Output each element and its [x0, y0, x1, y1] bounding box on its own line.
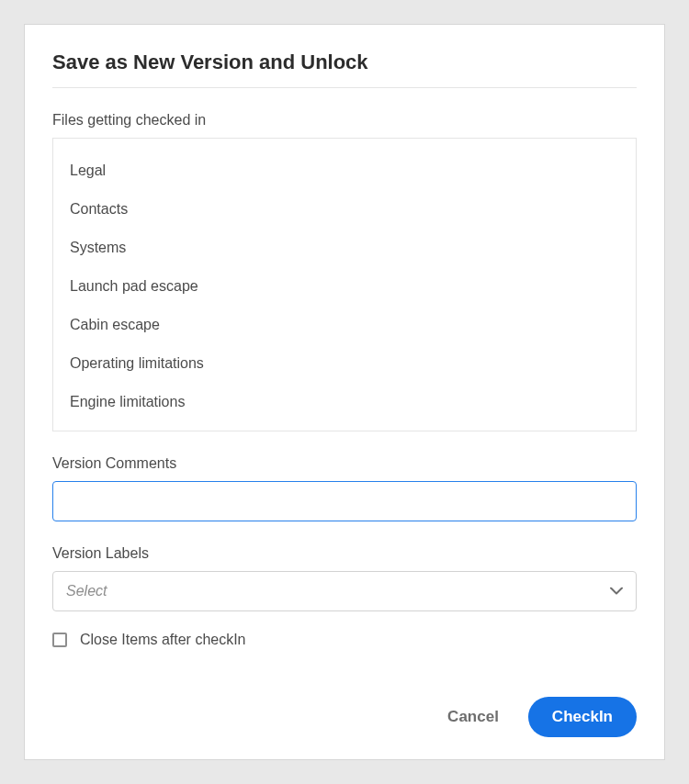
list-item[interactable]: Systems [68, 229, 621, 267]
list-item[interactable]: Cabin escape [68, 306, 621, 344]
files-list[interactable]: Legal Contacts Systems Launch pad escape… [52, 138, 637, 431]
list-item[interactable]: Launch pad escape [68, 267, 621, 306]
version-labels-label: Version Labels [52, 545, 637, 562]
button-row: Cancel CheckIn [52, 697, 637, 737]
chevron-down-icon [610, 588, 623, 596]
version-labels-select[interactable]: Select [52, 571, 637, 611]
list-item[interactable]: Operating limitations [68, 344, 621, 383]
version-comments-input[interactable] [52, 481, 637, 521]
version-comments-label: Version Comments [52, 455, 637, 472]
files-label: Files getting checked in [52, 112, 637, 129]
close-items-label: Close Items after checkIn [80, 632, 246, 648]
checkin-button[interactable]: CheckIn [528, 697, 637, 737]
cancel-button[interactable]: Cancel [442, 699, 504, 735]
list-item[interactable]: Legal [68, 151, 621, 190]
close-items-checkbox[interactable] [52, 633, 67, 647]
select-placeholder: Select [66, 583, 107, 599]
save-version-dialog: Save as New Version and Unlock Files get… [24, 24, 665, 760]
list-item[interactable]: Contacts [68, 190, 621, 229]
divider [52, 87, 637, 88]
close-items-row: Close Items after checkIn [52, 632, 637, 648]
list-item[interactable]: Engine limitations [68, 383, 621, 421]
dialog-title: Save as New Version and Unlock [52, 50, 637, 87]
